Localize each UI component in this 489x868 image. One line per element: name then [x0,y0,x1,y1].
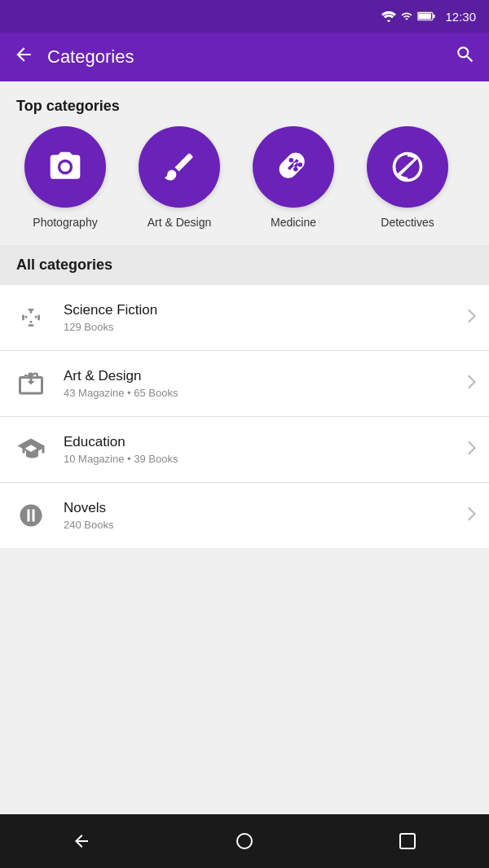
all-categories-header: All categories [0,245,489,285]
top-categories-list: Photography Art & Design Medicine [0,126,489,245]
art-design-list-title: Art & Design [64,368,468,384]
detectives-circle [367,126,448,208]
svg-rect-4 [400,834,415,848]
science-fiction-subtitle: 129 Books [64,321,468,333]
app-bar: Categories [0,33,489,81]
status-bar: 12:30 [0,0,489,33]
list-item-novels[interactable]: Novels 240 Books [0,483,489,548]
novels-chevron [468,506,476,525]
novels-icon [13,498,49,533]
education-subtitle: 10 Magazine • 39 Books [64,453,468,465]
page-title: Categories [47,46,455,68]
status-icons: 12:30 [381,10,476,24]
art-design-label: Art & Design [148,216,212,229]
category-detectives[interactable]: Detectives [350,126,465,229]
categories-list: Science Fiction 129 Books Art & Design 4… [0,285,489,548]
status-time: 12:30 [445,10,476,24]
education-icon [13,432,49,467]
art-design-list-text: Art & Design 43 Magazine • 65 Books [64,368,468,399]
novels-subtitle: 240 Books [64,519,468,531]
art-design-chevron [468,375,476,393]
photography-label: Photography [33,216,97,229]
novels-title: Novels [64,500,468,516]
list-item-science-fiction[interactable]: Science Fiction 129 Books [0,285,489,351]
nav-recent-button[interactable] [398,831,417,851]
list-item-education[interactable]: Education 10 Magazine • 39 Books [0,417,489,483]
science-fiction-text: Science Fiction 129 Books [64,302,468,333]
medicine-label: Medicine [271,216,316,229]
list-item-art-design[interactable]: Art & Design 43 Magazine • 65 Books [0,351,489,417]
science-fiction-icon [13,300,49,335]
detectives-label: Detectives [381,216,434,229]
search-button[interactable] [455,44,476,70]
content-area: Top categories Photography Art & Design [0,81,489,548]
svg-rect-2 [434,15,435,19]
svg-rect-1 [419,13,432,19]
mask-icon [390,149,425,185]
category-medicine[interactable]: Medicine [236,126,350,229]
education-chevron [468,441,476,459]
brush-icon [161,149,197,185]
science-fiction-title: Science Fiction [64,302,468,318]
bottom-nav [0,814,489,868]
art-design-circle [139,126,220,208]
category-photography[interactable]: Photography [8,126,122,229]
back-button[interactable] [13,44,34,70]
nav-back-button[interactable] [72,831,91,851]
nav-home-button[interactable] [235,831,254,851]
novels-text: Novels 240 Books [64,500,468,531]
signal-icon [401,11,412,22]
education-title: Education [64,434,468,450]
photography-circle [24,126,106,208]
all-categories-section: All categories [0,245,489,285]
bandage-icon [275,149,311,185]
battery-icon [417,11,435,21]
wifi-icon [381,11,396,22]
art-design-list-subtitle: 43 Magazine • 65 Books [64,387,468,399]
science-fiction-chevron [468,309,476,327]
medicine-circle [253,126,334,208]
top-categories-header: Top categories [0,81,489,126]
camera-icon [47,149,83,185]
art-design-list-icon [13,366,49,401]
education-text: Education 10 Magazine • 39 Books [64,434,468,465]
category-art-design[interactable]: Art & Design [122,126,236,229]
svg-point-3 [237,834,252,848]
